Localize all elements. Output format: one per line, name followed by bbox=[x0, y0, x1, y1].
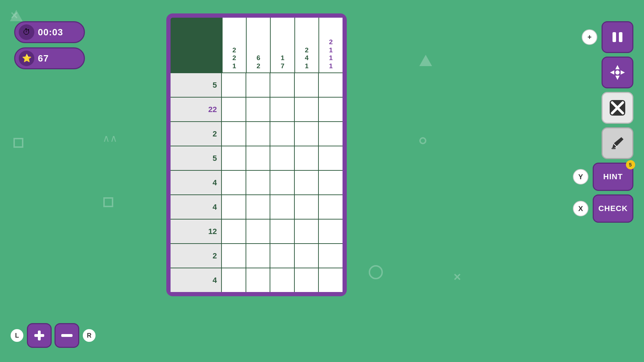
cell-6-1[interactable] bbox=[246, 220, 270, 243]
cell-4-1[interactable] bbox=[246, 171, 270, 194]
hint-badge: 5 bbox=[626, 160, 635, 169]
cell-8-2[interactable] bbox=[270, 268, 294, 292]
pause-button[interactable] bbox=[602, 21, 633, 53]
timer-bar: ⏱ 00:03 bbox=[14, 21, 85, 43]
cell-1-0[interactable] bbox=[222, 98, 246, 121]
move-row bbox=[602, 57, 633, 88]
cell-7-0[interactable] bbox=[222, 244, 246, 268]
row-clue-1: 22 bbox=[171, 98, 222, 121]
row-clue-5: 4 bbox=[171, 195, 222, 219]
grid-row-6: 12 bbox=[171, 219, 343, 243]
col-clue-3: 2 4 1 bbox=[294, 18, 318, 72]
pencil-button[interactable] bbox=[602, 127, 633, 159]
grid-cells-7 bbox=[222, 244, 343, 268]
row-clue-2: 2 bbox=[171, 122, 222, 146]
cell-3-0[interactable] bbox=[222, 146, 246, 170]
svg-marker-8 bbox=[621, 70, 625, 75]
cell-1-4[interactable] bbox=[318, 98, 343, 121]
y-button[interactable]: Y bbox=[573, 169, 588, 185]
cell-2-4[interactable] bbox=[318, 122, 343, 146]
cell-3-4[interactable] bbox=[318, 146, 343, 170]
score-bar: ⭐ 67 bbox=[14, 47, 85, 69]
cell-5-3[interactable] bbox=[294, 195, 318, 219]
cell-7-1[interactable] bbox=[246, 244, 270, 268]
cell-1-2[interactable] bbox=[270, 98, 294, 121]
col-headers: 2 2 1 6 2 1 7 2 4 1 2 bbox=[222, 18, 343, 72]
l-label: L bbox=[11, 329, 23, 342]
cell-2-1[interactable] bbox=[246, 122, 270, 146]
grid-cells-1 bbox=[222, 98, 343, 121]
ctrl-buttons bbox=[27, 323, 79, 348]
xmark-button[interactable] bbox=[602, 92, 633, 124]
cell-5-2[interactable] bbox=[270, 195, 294, 219]
timer-value: 00:03 bbox=[38, 27, 63, 38]
row-clue-7: 2 bbox=[171, 244, 222, 268]
pencil-row bbox=[602, 127, 633, 159]
row-clue-8: 4 bbox=[171, 268, 222, 292]
svg-marker-6 bbox=[615, 76, 620, 80]
col-clue-1: 6 2 bbox=[246, 18, 270, 72]
cell-6-2[interactable] bbox=[270, 220, 294, 243]
cell-4-3[interactable] bbox=[294, 171, 318, 194]
cell-8-3[interactable] bbox=[294, 268, 318, 292]
right-controls: + bbox=[573, 21, 633, 223]
cell-7-3[interactable] bbox=[294, 244, 318, 268]
cell-3-3[interactable] bbox=[294, 146, 318, 170]
plus-circle-button[interactable]: + bbox=[582, 29, 597, 45]
cell-4-4[interactable] bbox=[318, 171, 343, 194]
col-clue-0: 2 2 1 bbox=[222, 18, 246, 72]
cell-7-4[interactable] bbox=[318, 244, 343, 268]
cell-0-2[interactable] bbox=[270, 73, 294, 97]
score-icon: ⭐ bbox=[19, 51, 34, 66]
cell-0-3[interactable] bbox=[294, 73, 318, 97]
puzzle-board: 2 2 1 6 2 1 7 2 4 1 2 bbox=[166, 13, 347, 296]
col-clue-2: 1 7 bbox=[270, 18, 294, 72]
grid-row-2: 2 bbox=[171, 121, 343, 146]
cell-3-1[interactable] bbox=[246, 146, 270, 170]
cell-0-4[interactable] bbox=[318, 73, 343, 97]
cell-2-2[interactable] bbox=[270, 122, 294, 146]
minus-button[interactable] bbox=[54, 323, 79, 348]
bottom-left-controls: L R bbox=[11, 323, 96, 348]
cell-8-0[interactable] bbox=[222, 268, 246, 292]
grid-row-5: 4 bbox=[171, 194, 343, 219]
cell-8-1[interactable] bbox=[246, 268, 270, 292]
cell-6-3[interactable] bbox=[294, 220, 318, 243]
grid-row-8: 4 bbox=[171, 268, 343, 292]
grid-cells-2 bbox=[222, 122, 343, 146]
cell-2-0[interactable] bbox=[222, 122, 246, 146]
check-button[interactable]: CHECK bbox=[593, 194, 633, 223]
col-clue-4: 2 1 1 1 bbox=[318, 18, 343, 72]
x-button[interactable]: X bbox=[573, 201, 588, 216]
cell-1-1[interactable] bbox=[246, 98, 270, 121]
cell-3-2[interactable] bbox=[270, 146, 294, 170]
cell-2-3[interactable] bbox=[294, 122, 318, 146]
grid-cells-8 bbox=[222, 268, 343, 292]
grid-row-0: 5 bbox=[171, 72, 343, 97]
cell-5-0[interactable] bbox=[222, 195, 246, 219]
timer-icon: ⏱ bbox=[19, 24, 34, 40]
hint-row: Y HINT 5 bbox=[573, 163, 633, 191]
cell-5-1[interactable] bbox=[246, 195, 270, 219]
svg-rect-3 bbox=[613, 32, 616, 42]
cell-4-2[interactable] bbox=[270, 171, 294, 194]
cell-4-0[interactable] bbox=[222, 171, 246, 194]
grid-cells-0 bbox=[222, 73, 343, 97]
pause-row: + bbox=[582, 21, 633, 53]
svg-marker-7 bbox=[610, 70, 614, 75]
row-clue-4: 4 bbox=[171, 171, 222, 194]
cell-7-2[interactable] bbox=[270, 244, 294, 268]
hint-button[interactable]: HINT 5 bbox=[593, 163, 633, 191]
cell-5-4[interactable] bbox=[318, 195, 343, 219]
cell-0-0[interactable] bbox=[222, 73, 246, 97]
cell-8-4[interactable] bbox=[318, 268, 343, 292]
cell-6-0[interactable] bbox=[222, 220, 246, 243]
svg-rect-2 bbox=[61, 334, 73, 337]
hint-label: HINT bbox=[603, 172, 623, 181]
move-button[interactable] bbox=[602, 57, 633, 88]
cell-0-1[interactable] bbox=[246, 73, 270, 97]
plus-button[interactable] bbox=[27, 323, 52, 348]
cell-1-3[interactable] bbox=[294, 98, 318, 121]
cell-6-4[interactable] bbox=[318, 220, 343, 243]
grid-rows: 5 22 bbox=[171, 72, 343, 292]
